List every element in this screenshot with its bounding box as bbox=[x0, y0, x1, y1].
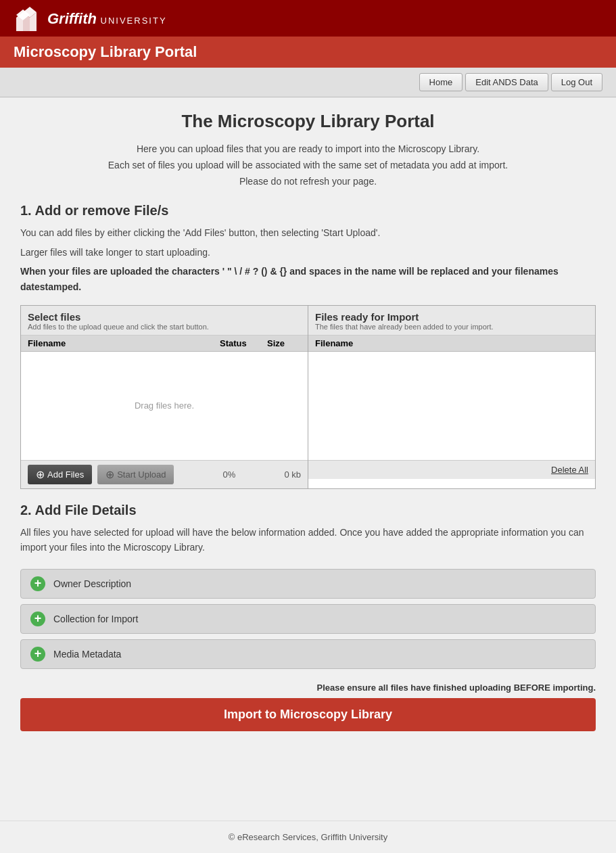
start-upload-label: Start Upload bbox=[117, 469, 166, 480]
add-files-label: Add Files bbox=[47, 469, 84, 480]
upload-panels: Select files Add files to the upload que… bbox=[20, 305, 596, 489]
section2-header: 2. Add File Details bbox=[20, 503, 596, 518]
griffith-logo-icon bbox=[14, 7, 42, 31]
ready-col-headers: Filename bbox=[308, 336, 595, 352]
section1-desc2: Larger files will take longer to start u… bbox=[20, 245, 596, 260]
logout-button[interactable]: Log Out bbox=[551, 73, 602, 91]
intro-line2: Each set of files you upload will be ass… bbox=[20, 158, 596, 174]
collection-for-import-label: Collection for Import bbox=[53, 614, 138, 624]
media-metadata-accordion[interactable]: + Media Metadata bbox=[20, 639, 596, 669]
owner-description-label: Owner Description bbox=[53, 578, 131, 589]
edit-ands-button[interactable]: Edit ANDS Data bbox=[465, 73, 548, 91]
start-upload-icon: ⊕ bbox=[105, 468, 114, 481]
section1-desc1: You can add files by either clicking the… bbox=[20, 225, 596, 240]
collection-for-import-accordion[interactable]: + Collection for Import bbox=[20, 604, 596, 634]
import-warning: Please ensure all files have finished up… bbox=[20, 683, 596, 693]
footer: © eResearch Services, Griffith Universit… bbox=[0, 821, 616, 853]
section1-bold: When your files are uploaded the charact… bbox=[20, 264, 596, 294]
logo-text: Griffith UNIVERSITY bbox=[47, 10, 167, 28]
intro-line3: Please do not refresh your page. bbox=[20, 174, 596, 190]
select-files-footer: ⊕ Add Files ⊕ Start Upload 0% 0 kb bbox=[21, 460, 308, 488]
intro-line1: Here you can upload files that you are r… bbox=[20, 141, 596, 158]
intro-text: Here you can upload files that you are r… bbox=[20, 141, 596, 189]
select-files-subtitle: Add files to the upload queue and click … bbox=[28, 323, 301, 331]
collection-for-import-expand-icon: + bbox=[30, 612, 45, 626]
owner-description-accordion[interactable]: + Owner Description bbox=[20, 569, 596, 599]
import-button[interactable]: Import to Microscopy Library bbox=[20, 698, 596, 731]
import-section: Please ensure all files have finished up… bbox=[20, 683, 596, 731]
progress-percent: 0% bbox=[223, 469, 236, 480]
delete-all-button[interactable]: Delete All bbox=[551, 465, 588, 475]
ready-files-subtitle: The files that have already been added t… bbox=[315, 323, 588, 331]
ready-drop-area bbox=[308, 352, 595, 460]
media-metadata-expand-icon: + bbox=[30, 647, 45, 662]
ready-files-header: Files ready for Import The files that ha… bbox=[308, 306, 595, 336]
file-drop-area[interactable]: Drag files here. bbox=[21, 352, 308, 460]
owner-description-expand-icon: + bbox=[30, 576, 45, 591]
col-status: Status bbox=[220, 338, 267, 348]
col-filename: Filename bbox=[28, 338, 220, 348]
col-size: Size bbox=[267, 338, 301, 348]
section1-header: 1. Add or remove File/s bbox=[20, 203, 596, 218]
ready-footer: Delete All bbox=[308, 460, 595, 479]
ready-files-title: Files ready for Import bbox=[315, 311, 588, 323]
page-title: The Microscopy Library Portal bbox=[20, 111, 596, 132]
section2-desc: All files you have selected for upload w… bbox=[20, 525, 596, 555]
footer-text: © eResearch Services, Griffith Universit… bbox=[229, 832, 387, 842]
select-files-title: Select files bbox=[28, 311, 301, 323]
file-column-headers: Filename Status Size bbox=[21, 336, 308, 352]
media-metadata-label: Media Metadata bbox=[53, 649, 121, 660]
progress-size: 0 kb bbox=[284, 469, 301, 480]
home-button[interactable]: Home bbox=[419, 73, 463, 91]
add-files-button[interactable]: ⊕ Add Files bbox=[28, 465, 92, 484]
ready-col-filename: Filename bbox=[315, 338, 588, 348]
add-files-icon: ⊕ bbox=[36, 468, 45, 481]
select-files-panel: Select files Add files to the upload que… bbox=[21, 306, 308, 488]
start-upload-button[interactable]: ⊕ Start Upload bbox=[97, 465, 174, 484]
site-title: Microscopy Library Portal bbox=[14, 43, 197, 60]
drag-files-text: Drag files here. bbox=[135, 400, 194, 411]
ready-files-panel: Files ready for Import The files that ha… bbox=[308, 306, 595, 488]
select-files-header: Select files Add files to the upload que… bbox=[21, 306, 308, 336]
section2: 2. Add File Details All files you have s… bbox=[20, 503, 596, 669]
